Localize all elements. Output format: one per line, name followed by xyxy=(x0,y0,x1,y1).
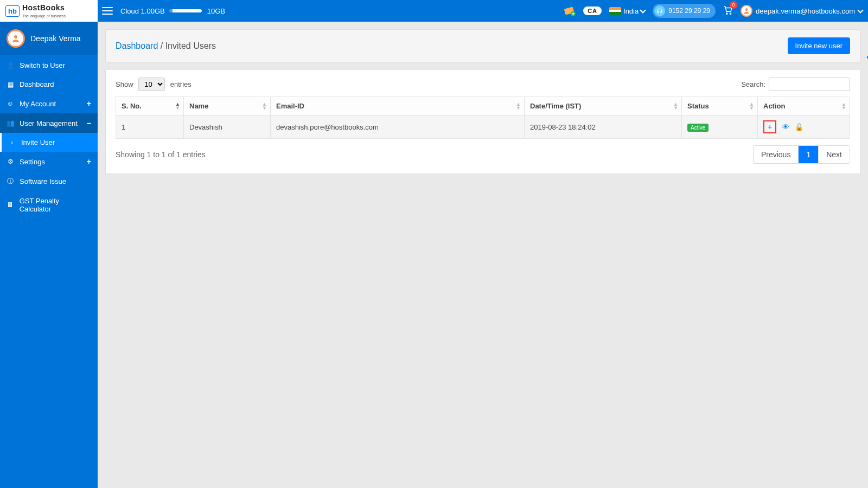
sidebar-profile[interactable]: Deepak Verma xyxy=(0,22,98,56)
page-next[interactable]: Next xyxy=(818,146,850,163)
brand-logo[interactable]: hb HostBooks The language of business xyxy=(0,0,98,22)
view-button[interactable]: 👁 xyxy=(782,123,789,131)
table-row: 1 Devashish devashish.pore@hostbooks.com… xyxy=(116,115,850,139)
invited-users-card: Show 10 entries Search: S. No.▲▼ Name▲▼ xyxy=(105,70,860,174)
user-icon: 👤 xyxy=(7,62,14,69)
plus-icon: + xyxy=(87,99,91,108)
table-length-control: Show 10 entries xyxy=(116,78,192,91)
phone-number: 9152 29 29 29 xyxy=(668,7,710,15)
eye-icon: 👁 xyxy=(782,123,789,131)
add-permission-button[interactable]: + xyxy=(763,120,776,133)
cell-action: + 👁 🔓 xyxy=(758,115,850,139)
sidebar-item-my-account[interactable]: ☺ My Account + xyxy=(0,94,98,113)
sidebar-item-invite-user[interactable]: › Invite User xyxy=(2,133,98,152)
cart-count-badge: 0 xyxy=(730,1,737,9)
chevron-down-icon xyxy=(640,7,646,13)
cart-button[interactable]: 0 xyxy=(723,5,733,17)
search-input[interactable] xyxy=(769,78,850,91)
plus-icon: + xyxy=(87,157,91,166)
brand-short: hb xyxy=(5,5,20,17)
users-icon: 👥 xyxy=(7,119,14,127)
account-icon: ☺ xyxy=(7,100,14,107)
breadcrumb-current: Invited Users xyxy=(165,41,216,50)
sidebar-toggle[interactable] xyxy=(100,3,115,18)
svg-point-5 xyxy=(14,35,17,38)
page-previous[interactable]: Previous xyxy=(754,146,798,163)
sidebar: Deepak Verma 👤 Switch to User ▦ Dashboar… xyxy=(0,22,98,488)
country-label: India xyxy=(623,7,639,15)
user-menu[interactable]: deepak.verma@hostbooks.com xyxy=(741,5,863,17)
topbar: hb HostBooks The language of business Cl… xyxy=(0,0,868,22)
ca-badge[interactable]: CA xyxy=(583,7,602,15)
lock-button[interactable]: 🔓 xyxy=(795,123,803,131)
col-email[interactable]: Email-ID▲▼ xyxy=(271,97,525,115)
unlock-icon: 🔓 xyxy=(795,123,803,131)
sidebar-user-name: Deepak Verma xyxy=(30,34,81,43)
sidebar-item-gst-calculator[interactable]: 🖩 GST Penalty Calculator xyxy=(0,191,98,219)
sidebar-item-switch-user[interactable]: 👤 Switch to User xyxy=(0,56,98,75)
plus-icon: + xyxy=(768,123,772,131)
invited-users-table: S. No.▲▼ Name▲▼ Email-ID▲▼ Date/Time (IS… xyxy=(116,97,850,139)
invite-new-user-button[interactable]: Invite new user xyxy=(788,37,850,54)
brand-subtitle: The language of business xyxy=(22,14,66,18)
breadcrumb: Dashboard / Invited Users xyxy=(116,41,216,51)
col-action[interactable]: Action▲▼ xyxy=(758,97,850,115)
search-label: Search: xyxy=(741,80,765,88)
minus-icon: – xyxy=(87,119,91,127)
col-datetime[interactable]: Date/Time (IST)▲▼ xyxy=(525,97,682,115)
table-info: Showing 1 to 1 of 1 entries xyxy=(116,150,206,159)
cell-status: Active xyxy=(682,115,758,139)
user-email-label: deepak.verma@hostbooks.com xyxy=(756,7,855,15)
chevron-down-icon xyxy=(857,7,863,13)
svg-point-3 xyxy=(730,12,731,14)
cell-email: devashish.pore@hostbooks.com xyxy=(271,115,525,139)
col-name[interactable]: Name▲▼ xyxy=(184,97,271,115)
breadcrumb-root[interactable]: Dashboard xyxy=(116,41,158,50)
col-status[interactable]: Status▲▼ xyxy=(682,97,758,115)
page-header: Dashboard / Invited Users Invite new use… xyxy=(105,29,860,62)
col-sno[interactable]: S. No.▲▼ xyxy=(116,97,184,115)
info-icon: ⓘ xyxy=(7,177,14,186)
pagination: Previous 1 Next xyxy=(753,145,850,164)
cell-sno: 1 xyxy=(116,115,184,139)
flag-india-icon xyxy=(609,7,621,15)
user-avatar-icon xyxy=(741,5,752,17)
sidebar-item-settings[interactable]: ⚙ Settings + xyxy=(0,152,98,171)
cell-datetime: 2019-08-23 18:24:02 xyxy=(525,115,682,139)
user-avatar-icon xyxy=(7,29,25,48)
country-selector[interactable]: India xyxy=(609,7,645,15)
sidebar-item-software-issue[interactable]: ⓘ Software Issue xyxy=(0,171,98,191)
calculator-icon: 🖩 xyxy=(7,201,14,209)
svg-point-4 xyxy=(745,8,748,11)
svg-point-2 xyxy=(726,12,727,14)
cloud-usage-label: Cloud 1.00GB xyxy=(120,7,165,15)
page-1[interactable]: 1 xyxy=(798,146,818,163)
cell-name: Devashish xyxy=(184,115,271,139)
entries-select[interactable]: 10 xyxy=(138,78,165,91)
ticket-add-icon[interactable] xyxy=(564,5,576,17)
main-content: ‹‹ Dashboard / Invited Users Invite new … xyxy=(98,22,868,488)
brand-title: HostBooks xyxy=(22,3,65,12)
chevron-right-icon: › xyxy=(8,139,16,146)
cloud-max-label: 10GB xyxy=(207,7,225,15)
sidebar-item-user-management[interactable]: 👥 User Management – xyxy=(0,113,98,133)
cloud-usage-bar xyxy=(169,9,202,12)
headset-icon xyxy=(654,5,665,16)
gear-icon: ⚙ xyxy=(7,158,14,165)
support-phone[interactable]: 9152 29 29 29 xyxy=(653,4,716,18)
sidebar-item-dashboard[interactable]: ▦ Dashboard xyxy=(0,75,98,94)
dashboard-icon: ▦ xyxy=(7,81,14,88)
status-badge: Active xyxy=(687,124,709,132)
